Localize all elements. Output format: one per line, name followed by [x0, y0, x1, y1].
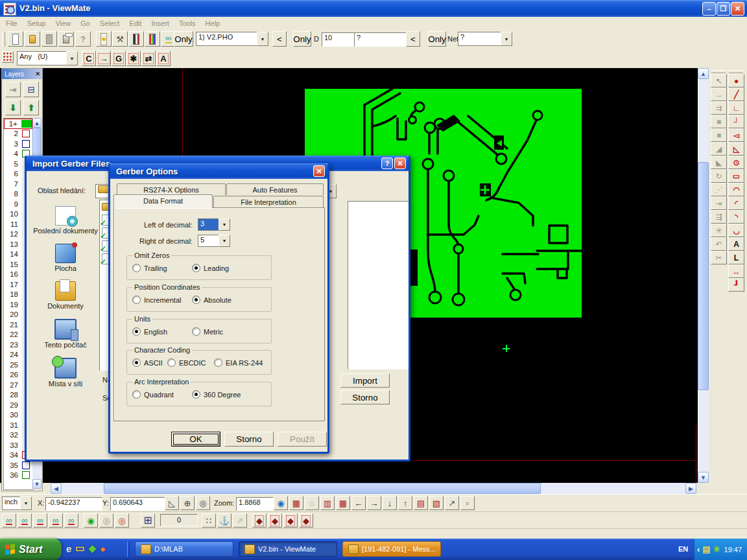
- save-file-icon[interactable]: [42, 31, 57, 47]
- draw-text-icon[interactable]: A: [728, 237, 744, 251]
- layer-color-swatch[interactable]: [22, 140, 30, 148]
- draw-arc-end-icon[interactable]: ◝: [728, 210, 744, 224]
- import-button[interactable]: Import: [340, 373, 390, 388]
- layer-table-icon[interactable]: ⊟: [23, 82, 39, 97]
- start-button[interactable]: Start: [0, 539, 62, 560]
- layer-color-swatch[interactable]: [21, 120, 32, 128]
- radio-english[interactable]: English: [132, 327, 167, 336]
- draw-polyline-icon[interactable]: ∟: [728, 101, 744, 115]
- radio-ebcdic[interactable]: EBCDIC: [167, 358, 206, 367]
- ok-button[interactable]: OK: [171, 432, 220, 447]
- radio-360-degree[interactable]: 360 Degree: [192, 390, 241, 399]
- zoom-dynamic-icon[interactable]: ◌: [305, 496, 319, 510]
- menu-item[interactable]: Insert: [151, 19, 169, 27]
- draw-circle-icon[interactable]: ⊙: [728, 156, 744, 169]
- view-used-icon[interactable]: ∞: [18, 513, 32, 528]
- chevron-down-icon[interactable]: ▼: [66, 51, 78, 65]
- radio-eia-rs244[interactable]: EIA RS-244: [214, 358, 263, 367]
- minimize-button[interactable]: –: [702, 2, 716, 16]
- apply-button[interactable]: Použít: [278, 432, 327, 447]
- draw-triangle-icon[interactable]: ◺: [728, 142, 744, 156]
- tab-auto-features[interactable]: Auto Features: [226, 183, 324, 195]
- menu-item[interactable]: View: [55, 19, 71, 27]
- step-repeat-icon[interactable]: ⇶: [711, 210, 727, 224]
- net-combo[interactable]: ?▼: [458, 32, 512, 46]
- print-icon[interactable]: [58, 31, 74, 47]
- draw-dimension-icon[interactable]: ↔: [728, 264, 744, 278]
- chevron-down-icon[interactable]: ▼: [219, 218, 230, 231]
- layer-up-icon[interactable]: ⬆: [23, 100, 39, 115]
- highlight-state-icon[interactable]: ◉: [84, 513, 98, 528]
- layer-down-icon[interactable]: ⬇: [5, 100, 21, 115]
- radio-icon[interactable]: [132, 358, 141, 367]
- radio-icon[interactable]: [214, 358, 222, 367]
- grid-display-icon[interactable]: ▦: [336, 496, 350, 510]
- menu-item[interactable]: Tools: [179, 19, 196, 27]
- draw-label-icon[interactable]: L: [728, 251, 744, 264]
- fill-dark-icon[interactable]: ■: [711, 115, 727, 128]
- layer-row[interactable]: 3: [4, 139, 32, 149]
- tile-windows-icon[interactable]: ⊞: [141, 513, 155, 528]
- draw-arc-angle-icon[interactable]: ◅: [728, 128, 744, 142]
- chevron-down-icon[interactable]: ▼: [20, 496, 32, 510]
- scroll-up-icon[interactable]: ▲: [32, 118, 42, 128]
- dcode-thermal-icon[interactable]: ◆: [299, 513, 313, 528]
- scroll-right-icon[interactable]: ▶: [685, 483, 696, 494]
- close-button[interactable]: ✕: [313, 165, 325, 177]
- chevron-down-icon[interactable]: ▼: [501, 32, 512, 46]
- close-button[interactable]: ✕: [731, 2, 744, 16]
- draw-corner-icon[interactable]: ┘: [728, 115, 744, 128]
- language-indicator[interactable]: EN: [678, 545, 688, 553]
- storno-button[interactable]: Storno: [224, 432, 274, 447]
- gerber-options-titlebar[interactable]: Gerber Options ✕: [110, 163, 327, 179]
- menu-item[interactable]: Edit: [129, 19, 141, 27]
- menu-item[interactable]: Setup: [27, 19, 46, 27]
- pan-left-icon[interactable]: ←: [351, 496, 366, 510]
- dcode-tools-icon[interactable]: ⚒: [112, 31, 128, 47]
- new-file-icon[interactable]: [8, 31, 23, 47]
- place-recent-documents[interactable]: Poslední dokumenty: [33, 206, 98, 235]
- grid-add-icon[interactable]: ▤: [414, 496, 428, 510]
- open-file-icon[interactable]: [25, 31, 40, 47]
- radio-icon[interactable]: [192, 264, 200, 272]
- help-button[interactable]: ?: [381, 158, 393, 169]
- task-explorer-mlab[interactable]: D:\MLAB: [135, 541, 233, 557]
- dcode-round-icon[interactable]: ◆: [252, 513, 267, 528]
- right-of-decimal-combo[interactable]: 5 ▼: [198, 235, 230, 247]
- draw-arc-start-icon[interactable]: ◜: [728, 196, 744, 210]
- place-desktop[interactable]: Plocha: [33, 244, 98, 272]
- tray-collapse-icon[interactable]: ‹: [697, 544, 700, 554]
- measure-angle-icon[interactable]: ◺: [165, 496, 179, 510]
- birdseye-icon[interactable]: ▥: [320, 496, 335, 510]
- radio-ascii[interactable]: ASCII: [132, 358, 163, 367]
- select-cursor-icon[interactable]: ↖: [711, 74, 727, 88]
- lamp-red-icon[interactable]: ◎: [115, 513, 129, 528]
- radio-icon[interactable]: [192, 390, 200, 399]
- menu-item[interactable]: File: [6, 19, 18, 27]
- arrow-mode-icon[interactable]: →: [97, 51, 111, 66]
- anchor-icon[interactable]: ⚓: [217, 513, 231, 528]
- scroll-left-icon[interactable]: ◀: [51, 483, 62, 494]
- firefox-icon[interactable]: ●: [100, 543, 106, 554]
- task-message-alert[interactable]: [191-482-091] - Mess...: [342, 541, 441, 557]
- prev-layer-button[interactable]: <: [272, 31, 287, 47]
- view-all-icon[interactable]: ∞: [2, 513, 16, 528]
- close-icon[interactable]: ✕: [35, 71, 40, 77]
- select-region-icon[interactable]: ▫: [460, 496, 475, 510]
- g-mode-icon[interactable]: G: [112, 51, 126, 66]
- pan-down-icon[interactable]: ↓: [383, 496, 397, 510]
- radio-icon[interactable]: [192, 296, 200, 304]
- a-mode-icon[interactable]: A: [156, 51, 171, 66]
- draw-rect-icon[interactable]: ▭: [728, 169, 744, 183]
- radio-icon[interactable]: [132, 390, 141, 399]
- aperture-filter-icon[interactable]: [2, 51, 14, 63]
- layer-color-swatch[interactable]: [22, 130, 30, 137]
- radio-icon[interactable]: [192, 327, 200, 336]
- scale-icon[interactable]: ⋰: [711, 183, 727, 196]
- c-mode-icon[interactable]: C: [82, 51, 96, 66]
- radio-absolute[interactable]: Absolute: [192, 296, 231, 304]
- layer-color-swatch[interactable]: [22, 461, 30, 469]
- layer-colors-icon[interactable]: [145, 31, 160, 47]
- fill-light-icon[interactable]: ■: [711, 128, 727, 142]
- draw-pad-icon[interactable]: ●: [728, 74, 744, 88]
